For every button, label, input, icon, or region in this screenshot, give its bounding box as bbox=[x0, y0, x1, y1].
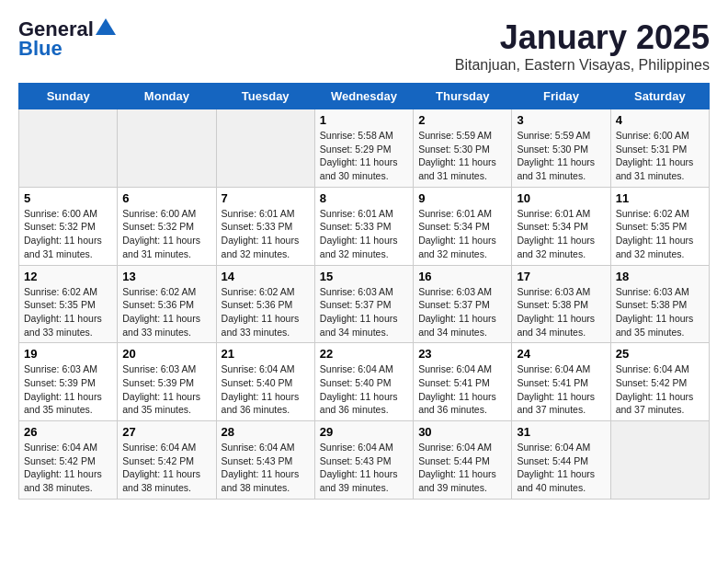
day-number: 2 bbox=[418, 113, 506, 127]
weekday-header-sunday: Sunday bbox=[19, 84, 118, 109]
logo: General Blue bbox=[18, 18, 116, 61]
weekday-header-tuesday: Tuesday bbox=[216, 84, 314, 109]
calendar-cell: 24Sunrise: 6:04 AM Sunset: 5:41 PM Dayli… bbox=[512, 343, 610, 421]
calendar-cell: 27Sunrise: 6:04 AM Sunset: 5:42 PM Dayli… bbox=[118, 421, 216, 500]
weekday-header-wednesday: Wednesday bbox=[314, 84, 413, 109]
calendar-cell: 8Sunrise: 6:01 AM Sunset: 5:33 PM Daylig… bbox=[314, 187, 413, 265]
calendar-cell: 15Sunrise: 6:03 AM Sunset: 5:37 PM Dayli… bbox=[314, 265, 413, 343]
day-info: Sunrise: 6:03 AM Sunset: 5:38 PM Dayligh… bbox=[517, 285, 605, 339]
calendar-week-2: 5Sunrise: 6:00 AM Sunset: 5:32 PM Daylig… bbox=[19, 187, 710, 265]
day-number: 21 bbox=[222, 347, 310, 361]
calendar-cell: 23Sunrise: 6:04 AM Sunset: 5:41 PM Dayli… bbox=[414, 343, 512, 421]
calendar-cell: 4Sunrise: 6:00 AM Sunset: 5:31 PM Daylig… bbox=[610, 109, 709, 188]
day-info: Sunrise: 6:04 AM Sunset: 5:44 PM Dayligh… bbox=[418, 441, 506, 495]
day-info: Sunrise: 5:59 AM Sunset: 5:30 PM Dayligh… bbox=[418, 129, 506, 183]
day-number: 24 bbox=[517, 347, 605, 361]
calendar-cell: 3Sunrise: 5:59 AM Sunset: 5:30 PM Daylig… bbox=[512, 109, 610, 188]
subtitle: Bitanjuan, Eastern Visayas, Philippines bbox=[455, 57, 710, 74]
title-area: January 2025 Bitanjuan, Eastern Visayas,… bbox=[455, 18, 710, 74]
calendar-cell: 16Sunrise: 6:03 AM Sunset: 5:37 PM Dayli… bbox=[414, 265, 512, 343]
day-number: 4 bbox=[616, 113, 704, 127]
weekday-header-row: SundayMondayTuesdayWednesdayThursdayFrid… bbox=[19, 84, 710, 109]
day-info: Sunrise: 6:03 AM Sunset: 5:39 PM Dayligh… bbox=[24, 362, 112, 417]
day-info: Sunrise: 6:00 AM Sunset: 5:32 PM Dayligh… bbox=[24, 207, 112, 261]
day-info: Sunrise: 6:03 AM Sunset: 5:37 PM Dayligh… bbox=[418, 285, 506, 339]
logo-icon bbox=[96, 18, 116, 35]
calendar-cell: 2Sunrise: 5:59 AM Sunset: 5:30 PM Daylig… bbox=[414, 109, 512, 188]
day-info: Sunrise: 6:02 AM Sunset: 5:35 PM Dayligh… bbox=[616, 207, 704, 261]
day-info: Sunrise: 6:00 AM Sunset: 5:32 PM Dayligh… bbox=[122, 207, 210, 261]
day-info: Sunrise: 5:59 AM Sunset: 5:30 PM Dayligh… bbox=[517, 129, 605, 183]
day-number: 26 bbox=[24, 425, 112, 439]
main-title: January 2025 bbox=[455, 18, 710, 57]
day-info: Sunrise: 6:04 AM Sunset: 5:42 PM Dayligh… bbox=[122, 441, 210, 495]
day-number: 11 bbox=[616, 191, 704, 205]
day-number: 22 bbox=[320, 347, 408, 361]
day-number: 31 bbox=[517, 425, 605, 439]
calendar-cell: 9Sunrise: 6:01 AM Sunset: 5:34 PM Daylig… bbox=[414, 187, 512, 265]
calendar-week-1: 1Sunrise: 5:58 AM Sunset: 5:29 PM Daylig… bbox=[19, 109, 710, 188]
day-info: Sunrise: 6:04 AM Sunset: 5:41 PM Dayligh… bbox=[418, 362, 506, 417]
calendar-cell: 20Sunrise: 6:03 AM Sunset: 5:39 PM Dayli… bbox=[118, 343, 216, 421]
day-info: Sunrise: 6:02 AM Sunset: 5:35 PM Dayligh… bbox=[24, 285, 112, 339]
calendar-cell: 29Sunrise: 6:04 AM Sunset: 5:43 PM Dayli… bbox=[314, 421, 413, 500]
day-number: 1 bbox=[320, 113, 408, 127]
logo-blue: Blue bbox=[18, 37, 63, 61]
day-number: 10 bbox=[517, 191, 605, 205]
day-info: Sunrise: 6:04 AM Sunset: 5:44 PM Dayligh… bbox=[517, 441, 605, 495]
day-info: Sunrise: 6:03 AM Sunset: 5:37 PM Dayligh… bbox=[320, 285, 408, 339]
day-number: 13 bbox=[122, 270, 210, 283]
day-number: 12 bbox=[24, 270, 112, 283]
calendar-cell: 30Sunrise: 6:04 AM Sunset: 5:44 PM Dayli… bbox=[414, 421, 512, 500]
day-number: 30 bbox=[418, 425, 506, 439]
calendar-cell: 17Sunrise: 6:03 AM Sunset: 5:38 PM Dayli… bbox=[512, 265, 610, 343]
svg-marker-0 bbox=[96, 18, 116, 35]
calendar-cell: 12Sunrise: 6:02 AM Sunset: 5:35 PM Dayli… bbox=[19, 265, 118, 343]
day-number: 28 bbox=[222, 425, 310, 439]
day-info: Sunrise: 6:04 AM Sunset: 5:43 PM Dayligh… bbox=[320, 441, 408, 495]
calendar-week-3: 12Sunrise: 6:02 AM Sunset: 5:35 PM Dayli… bbox=[19, 265, 710, 343]
day-number: 27 bbox=[122, 425, 210, 439]
weekday-header-thursday: Thursday bbox=[414, 84, 512, 109]
day-number: 18 bbox=[616, 270, 704, 283]
day-number: 16 bbox=[418, 270, 506, 283]
day-number: 20 bbox=[122, 347, 210, 361]
day-info: Sunrise: 6:02 AM Sunset: 5:36 PM Dayligh… bbox=[122, 285, 210, 339]
calendar-cell: 11Sunrise: 6:02 AM Sunset: 5:35 PM Dayli… bbox=[610, 187, 709, 265]
weekday-header-saturday: Saturday bbox=[610, 84, 709, 109]
day-number: 6 bbox=[122, 191, 210, 205]
day-number: 29 bbox=[320, 425, 408, 439]
day-number: 9 bbox=[418, 191, 506, 205]
day-info: Sunrise: 6:04 AM Sunset: 5:42 PM Dayligh… bbox=[616, 362, 704, 417]
calendar-cell: 5Sunrise: 6:00 AM Sunset: 5:32 PM Daylig… bbox=[19, 187, 118, 265]
calendar-cell: 18Sunrise: 6:03 AM Sunset: 5:38 PM Dayli… bbox=[610, 265, 709, 343]
calendar-cell: 28Sunrise: 6:04 AM Sunset: 5:43 PM Dayli… bbox=[216, 421, 314, 500]
day-info: Sunrise: 6:04 AM Sunset: 5:43 PM Dayligh… bbox=[222, 441, 310, 495]
day-info: Sunrise: 6:01 AM Sunset: 5:33 PM Dayligh… bbox=[222, 207, 310, 261]
day-number: 25 bbox=[616, 347, 704, 361]
day-number: 19 bbox=[24, 347, 112, 361]
calendar-cell: 25Sunrise: 6:04 AM Sunset: 5:42 PM Dayli… bbox=[610, 343, 709, 421]
day-info: Sunrise: 6:03 AM Sunset: 5:38 PM Dayligh… bbox=[616, 285, 704, 339]
day-info: Sunrise: 6:04 AM Sunset: 5:40 PM Dayligh… bbox=[222, 362, 310, 417]
calendar-cell bbox=[610, 421, 709, 500]
day-info: Sunrise: 5:58 AM Sunset: 5:29 PM Dayligh… bbox=[320, 129, 408, 183]
day-number: 5 bbox=[24, 191, 112, 205]
calendar-cell: 26Sunrise: 6:04 AM Sunset: 5:42 PM Dayli… bbox=[19, 421, 118, 500]
day-number: 3 bbox=[517, 113, 605, 127]
calendar-week-4: 19Sunrise: 6:03 AM Sunset: 5:39 PM Dayli… bbox=[19, 343, 710, 421]
calendar-cell bbox=[19, 109, 118, 188]
calendar-cell: 21Sunrise: 6:04 AM Sunset: 5:40 PM Dayli… bbox=[216, 343, 314, 421]
day-number: 14 bbox=[222, 270, 310, 283]
day-info: Sunrise: 6:01 AM Sunset: 5:34 PM Dayligh… bbox=[418, 207, 506, 261]
day-info: Sunrise: 6:01 AM Sunset: 5:34 PM Dayligh… bbox=[517, 207, 605, 261]
day-number: 15 bbox=[320, 270, 408, 283]
day-number: 7 bbox=[222, 191, 310, 205]
calendar-cell: 6Sunrise: 6:00 AM Sunset: 5:32 PM Daylig… bbox=[118, 187, 216, 265]
calendar-cell: 13Sunrise: 6:02 AM Sunset: 5:36 PM Dayli… bbox=[118, 265, 216, 343]
calendar-cell bbox=[216, 109, 314, 188]
day-number: 23 bbox=[418, 347, 506, 361]
calendar-week-5: 26Sunrise: 6:04 AM Sunset: 5:42 PM Dayli… bbox=[19, 421, 710, 500]
calendar-cell: 31Sunrise: 6:04 AM Sunset: 5:44 PM Dayli… bbox=[512, 421, 610, 500]
calendar-table: SundayMondayTuesdayWednesdayThursdayFrid… bbox=[18, 83, 710, 500]
